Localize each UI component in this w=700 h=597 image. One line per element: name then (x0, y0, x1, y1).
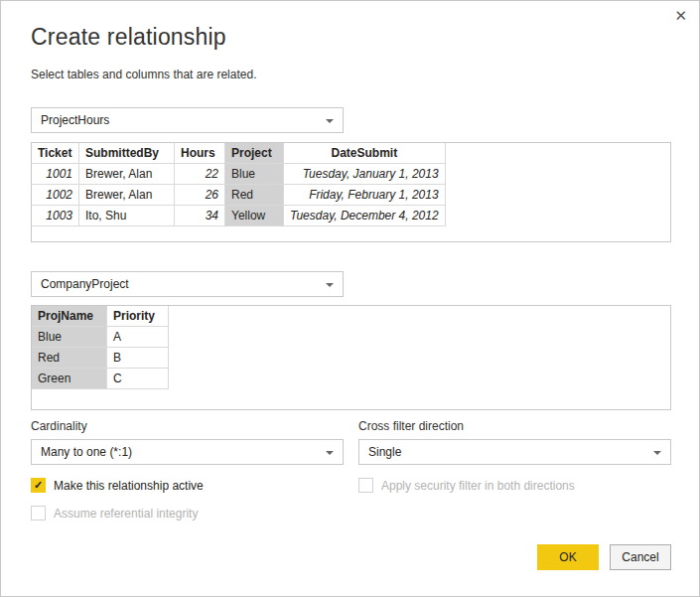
checkbox-apply-security-filter: ✓ Apply security filter in both directio… (358, 478, 575, 493)
table-cell[interactable]: Blue (225, 164, 284, 185)
checkbox-label: Assume referential integrity (54, 507, 198, 521)
table-cell[interactable]: 1001 (32, 164, 79, 185)
column-header[interactable]: SubmittedBy (79, 143, 175, 164)
table-cell[interactable]: Blue (32, 327, 107, 348)
companyproject-table: ProjNamePriority BlueARedBGreenC (31, 305, 169, 389)
close-icon[interactable]: ✕ (674, 8, 687, 23)
table-cell[interactable]: 34 (175, 206, 225, 226)
chevron-down-icon (326, 283, 334, 287)
table-header-row: ProjNamePriority (32, 306, 169, 327)
upper-table-select-value: ProjectHours (41, 113, 109, 127)
cardinality-label: Cardinality (31, 419, 87, 433)
column-header[interactable]: Priority (107, 306, 169, 327)
table-cell[interactable]: A (107, 327, 169, 348)
table-row: GreenC (32, 369, 169, 389)
table-cell[interactable]: Friday, February 1, 2013 (284, 185, 446, 206)
table-row: 1002Brewer, Alan26RedFriday, February 1,… (32, 185, 446, 206)
table-header-row: TicketSubmittedByHoursProjectDateSubmit (32, 143, 446, 164)
table-cell[interactable]: 1002 (32, 185, 79, 206)
table-cell[interactable]: Brewer, Alan (79, 185, 175, 206)
ok-button[interactable]: OK (537, 544, 599, 570)
cross-filter-value: Single (368, 445, 401, 459)
table-row: 1001Brewer, Alan22BlueTuesday, January 1… (32, 164, 446, 185)
upper-table-select[interactable]: ProjectHours (31, 107, 344, 133)
table-cell[interactable]: Green (32, 369, 107, 389)
chevron-down-icon (326, 119, 334, 123)
table-row: RedB (32, 348, 169, 369)
cross-filter-select[interactable]: Single (358, 439, 671, 465)
checkbox-icon: ✓ (31, 478, 46, 493)
table-cell[interactable]: Tuesday, January 1, 2013 (284, 164, 446, 185)
table-cell[interactable]: C (107, 369, 169, 389)
projecthours-table: TicketSubmittedByHoursProjectDateSubmit … (31, 142, 446, 226)
checkbox-assume-referential-integrity: ✓ Assume referential integrity (31, 506, 198, 521)
checkbox-label: Make this relationship active (54, 479, 204, 493)
page-title: Create relationship (31, 24, 226, 51)
lower-table-select-value: CompanyProject (41, 277, 129, 291)
checkbox-label: Apply security filter in both directions (381, 479, 575, 493)
lower-table-container: ProjNamePriority BlueARedBGreenC (31, 305, 671, 410)
table-cell[interactable]: Yellow (225, 206, 284, 226)
cardinality-select[interactable]: Many to one (*:1) (31, 439, 344, 465)
lower-table-select[interactable]: CompanyProject (31, 271, 344, 297)
upper-table-container: TicketSubmittedByHoursProjectDateSubmit … (31, 142, 671, 242)
create-relationship-dialog: ✕ Create relationship Select tables and … (0, 0, 700, 597)
column-header[interactable]: Project (225, 143, 284, 164)
dialog-subtitle: Select tables and columns that are relat… (31, 68, 256, 81)
column-header[interactable]: DateSubmit (284, 143, 446, 164)
table-row: 1003Ito, Shu34YellowTuesday, December 4,… (32, 206, 446, 226)
column-header[interactable]: Ticket (32, 143, 79, 164)
column-header[interactable]: ProjName (32, 306, 107, 327)
checkmark-icon: ✓ (34, 480, 43, 491)
checkbox-icon: ✓ (31, 506, 46, 521)
table-cell[interactable]: Ito, Shu (79, 206, 175, 226)
cross-filter-label: Cross filter direction (358, 419, 464, 433)
table-cell[interactable]: B (107, 348, 169, 369)
table-cell[interactable]: Red (32, 348, 107, 369)
table-cell[interactable]: 1003 (32, 206, 79, 226)
table-cell[interactable]: Brewer, Alan (79, 164, 175, 185)
table-cell[interactable]: Red (225, 185, 284, 206)
checkbox-make-relationship-active[interactable]: ✓ Make this relationship active (31, 478, 204, 493)
chevron-down-icon (326, 451, 334, 455)
cancel-button[interactable]: Cancel (610, 544, 671, 570)
table-cell[interactable]: 22 (175, 164, 225, 185)
chevron-down-icon (653, 451, 661, 455)
table-cell[interactable]: 26 (175, 185, 225, 206)
table-row: BlueA (32, 327, 169, 348)
checkbox-icon: ✓ (358, 478, 373, 493)
table-cell[interactable]: Tuesday, December 4, 2012 (284, 206, 446, 226)
column-header[interactable]: Hours (175, 143, 225, 164)
cardinality-value: Many to one (*:1) (41, 445, 132, 459)
